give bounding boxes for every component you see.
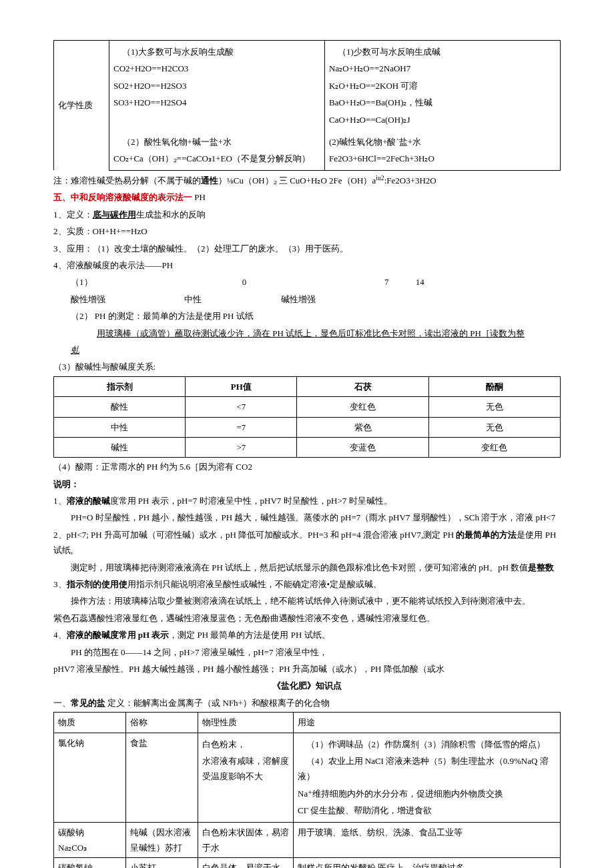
cell-soda: 纯碱（因水溶液呈碱性）苏打 <box>126 822 198 858</box>
ph-measurement-method: 用玻璃棒（或滴管）蘸取待测试液少许，滴在 PH 试纸上，显色后叮标准比色卡对照，… <box>53 326 561 341</box>
oxide-properties-table: 化学性质 （1)大多数可与水反响生成酸 CO2+H2O==H2CO3 SO2+H… <box>53 40 561 171</box>
essence: 2、实质：OH+H+==HzO <box>53 224 561 239</box>
cell-salt: 食盐 <box>126 733 198 822</box>
cell-nacl-use: （1）作调味品（2）作防腐剂（3）消除积雪（降低雪的熔点） （4）农业上用 Na… <box>294 733 561 822</box>
indicator-table: 指示剂 PH值 石茯 酚酮 酸性 <7 变红色 无色 中性 =7 紫色 无色 碱… <box>53 376 561 458</box>
explain-4b: PH 的范围在 0——14 之间，pH>7 溶液呈碱性，pH=7 溶液呈中性， <box>53 644 561 660</box>
row-label: 化学性质 <box>54 41 109 171</box>
cell-na2co3: 碳酸钠Na₂CO₃ <box>54 822 126 858</box>
explain-4c: pHV7 溶液呈酸性。PH 越大碱性越强，PH 越小酸性越强； PH 升高加碱（… <box>53 661 561 677</box>
acidity-relation-intro: （3）酸碱性与酸碱度关系: <box>53 359 561 374</box>
explain-title: 说明： <box>53 476 561 492</box>
explain-2b: 测定时，用玻璃棒把待测溶液液滴在 PH 试纸上，然后把试纸显示的颜色跟标准比色卡… <box>53 560 561 575</box>
ph-measurement-suffix: 虬 <box>53 342 561 358</box>
cell-basic-oxide-acid: (2)碱性氧化物+酸`盐+水 Fe2O3+6HCl==2FeCh+3H₂O <box>325 131 561 170</box>
cell-nahco3: 碳酸氢钠 NaHCO₃ <box>54 858 126 868</box>
ph-measurement: （2） PH 的测定：最简单的方法是使用 PH 试纸 <box>53 308 561 324</box>
cell-basic-oxide-water: （1)少数可与水反响生成碱 Na₂O+H₂O==2NaOH7 K₂O+H₂O==… <box>325 41 561 131</box>
th-litmus: 石茯 <box>297 376 428 396</box>
def-neutralization: 1、定义：底与碳作用生成盐和水的反响 <box>53 207 561 222</box>
explain-2: 2、pH<7; PH 升高可加碱（可溶性碱）或水，pH 降低可加酸或水。PH=3… <box>53 527 561 558</box>
table-row: 中性 =7 紫色 无色 <box>54 417 561 437</box>
cell-na2co3-phys: 白色粉末状固体，易溶于水 <box>198 822 294 858</box>
cell-nahco3-phys: 白色晶体，易溶于水 <box>198 858 294 868</box>
th-physical: 物理性质 <box>198 713 294 733</box>
application: 3、应用：（1）改变土壤的酸碱性。（2）处理工厂的废水。（3）用于医药。 <box>53 241 561 256</box>
cell-baking-soda: 小苏打 <box>126 858 198 868</box>
table-row: 氯化钠 食盐 白色粉末， 水溶液有咸味，溶解度受温度影响不大 （1）作调味品（2… <box>54 733 561 822</box>
ph-scale-labels: 酸性增强 中性 碱性增强 <box>53 292 561 307</box>
cell-acidic-oxide-water: （1)大多数可与水反响生成酸 CO2+H2O==H2CO3 SO2+H2O==H… <box>109 41 325 131</box>
cell-nahco3-use: 制糕点所用的发酵粉 医疗上，治疗胃酸过多 <box>294 858 561 868</box>
explain-1b: PH=O 时呈酸性，PH 越小，酸性越强，PH 越大，碱性越强。蒸倭水的 pH=… <box>53 510 561 525</box>
th-use: 用途 <box>294 713 561 733</box>
explain-3: 3、指示剂的使用使用指示剂只能说明溶液呈酸性或碱性，不能确定溶液•定是酸或碱。 <box>53 576 561 592</box>
cell-acidic-oxide-base: （2）酸性氧化物+碱一盐+水 CO₂+Ca（OH）₂==CaCO₃1+EO（不是… <box>109 131 325 170</box>
th-common-name: 俗称 <box>126 713 198 733</box>
cell-na2co3-use: 用于玻璃、造纸、纺织、洗涤、食品工业等 <box>294 822 561 858</box>
table-row: 碳酸钠Na₂CO₃ 纯碱（因水溶液呈碱性）苏打 白色粉末状固体，易溶于水 用于玻… <box>54 822 561 858</box>
th-ph: PH值 <box>186 376 297 396</box>
note-insoluble-base: 注：难溶性碱受热易分解（不属于碱的通性）⅛Cu（OH）₂ 三 CuO+H₂O 2… <box>53 172 561 189</box>
explain-4: 4、溶液的酸碱度常用 pH 表示，测定 PH 最简单的方法是使用 PH 试纸。 <box>53 627 561 642</box>
section-5-title: 五、中和反响溶液酸碱度的表示法一 PH <box>53 189 561 205</box>
explain-1: 1、溶液的酸碱度常用 PH 表示，pH=7 时溶液呈中性，pHV7 时呈酸性，p… <box>53 493 561 508</box>
cell-nacl: 氯化钠 <box>54 733 126 822</box>
common-salts: 一、常见的盐 定义：能解离出金属离子（或 NFh+）和酸根离子的化合物 <box>53 695 561 711</box>
table-row: 碳酸氢钠 NaHCO₃ 小苏打 白色晶体，易溶于水 制糕点所用的发酵粉 医疗上，… <box>54 858 561 868</box>
explain-3b: 操作方法：用玻璃棒沾取少量被测溶液滴在试纸上，绝不能将试纸伸入待测试液中，更不能… <box>53 593 561 608</box>
cell-nacl-phys: 白色粉末， 水溶液有咸味，溶解度受温度影响不大 <box>198 733 294 822</box>
fertilizer-title: 《盐化肥》知识点 <box>53 678 561 693</box>
table-row: 酸性 <7 变红色 无色 <box>54 397 561 417</box>
th-indicator: 指示剂 <box>54 376 186 396</box>
explain-3c: 紫色石蕊遇酸性溶液显红色，遇碱性溶液显蓝色；无色酚曲遇酸性溶液不变色，遇碱性溶液… <box>53 610 561 626</box>
ph-representation: 4、溶液酸碱度的表示法——PH <box>53 258 561 273</box>
table-row: 碱性 >7 变蓝色 变红色 <box>54 437 561 457</box>
acid-rain: （4）酸雨：正常雨水的 PH 约为 5.6［因为溶有 CO2 <box>53 459 561 474</box>
th-substance: 物质 <box>54 713 126 733</box>
salts-table: 物质 俗称 物理性质 用途 氯化钠 食盐 白色粉末， 水溶液有咸味，溶解度受温度… <box>53 712 561 868</box>
ph-scale-numbers: （1） 0 7 14 <box>53 274 561 290</box>
th-phenol: 酚酮 <box>428 376 560 396</box>
